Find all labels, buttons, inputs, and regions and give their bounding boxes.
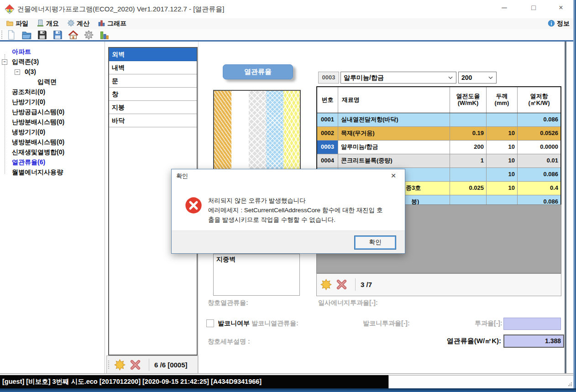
save-as-icon[interactable] [52, 30, 63, 40]
save-icon[interactable] [37, 30, 47, 40]
row-count: 3 /7 [361, 274, 372, 296]
conductivity-combobox[interactable]: 200 [458, 72, 497, 84]
menu-item-그래프[interactable]: 그래프 [94, 18, 131, 29]
tree-item-냉방분배시스템(0)[interactable]: 냉방분배시스템(0) [0, 137, 105, 147]
material-name-cell[interactable]: 실내열전달저항(바닥) [338, 113, 450, 126]
tree-item-냉방기기(0)[interactable]: 냉방기기(0) [0, 127, 105, 137]
window-right-edge [573, 0, 576, 388]
material-name-cell[interactable]: 콘크리트블록(중량) [338, 154, 450, 167]
tree-item-아파트[interactable]: 아파트 [0, 47, 105, 57]
toolbar-grip[interactable] [1, 31, 4, 39]
u-value-field[interactable]: 1.388 [503, 335, 564, 348]
resistance-cell[interactable]: 0.4 [518, 182, 560, 195]
material-name-cell[interactable]: 목재(무거움) [338, 127, 450, 140]
thickness-cell[interactable]: 10 [487, 154, 518, 167]
material-name-cell[interactable]: 알루미늄/합금 [338, 141, 450, 154]
category-item-창[interactable]: 창 [109, 88, 197, 101]
close-button[interactable]: × [550, 0, 571, 16]
tree-item-label: 입력존(3) [12, 58, 39, 65]
new-document-icon[interactable] [6, 30, 16, 40]
tree-expander-icon[interactable]: − [2, 59, 7, 65]
tree-item-월별에너지사용량[interactable]: 월별에너지사용량 [0, 167, 105, 177]
thickness-cell[interactable]: 10 [487, 127, 518, 140]
error-dialog: 확인 × 처리되지 않은 오류가 발생했습니다에러메세지 : SetCurren… [171, 169, 405, 254]
footer-grip[interactable] [108, 361, 110, 369]
conductivity-cell[interactable]: 200 [450, 141, 487, 154]
tree-item-난방기기(0)[interactable]: 난방기기(0) [0, 97, 105, 107]
resistance-cell[interactable]: 0.01 [518, 154, 560, 167]
column-header: 재료명 [338, 87, 450, 113]
category-item-외벽[interactable]: 외벽 [109, 48, 197, 61]
delete-row-icon[interactable] [336, 279, 347, 290]
category-list-footer: 6 /6 [0005] [106, 355, 198, 374]
tree-item-입력존(3)[interactable]: −입력존(3) [0, 57, 105, 67]
tree-item-label: 공조처리(0) [12, 88, 45, 95]
resistance-cell[interactable]: 0.0000 [518, 141, 560, 154]
home-icon[interactable] [68, 30, 79, 40]
table-row[interactable]: 0003알루미늄/합금200100.0000 [317, 141, 560, 154]
footer-separator [149, 359, 149, 371]
bar-chart-icon[interactable] [99, 30, 110, 40]
conductivity-cell[interactable]: 1 [450, 154, 487, 167]
conductivity-cell[interactable] [450, 113, 487, 126]
add-item-icon[interactable] [114, 359, 126, 371]
minimize-button[interactable]: ─ [494, 0, 515, 16]
transmittance-label: 투과율[-]: [475, 319, 503, 328]
conductivity-cell[interactable] [450, 168, 487, 181]
tree-item-신재생및열병합(0)[interactable]: 신재생및열병합(0) [0, 147, 105, 157]
thickness-cell[interactable] [487, 113, 518, 126]
open-folder-icon[interactable] [21, 30, 32, 40]
row-number-cell[interactable]: 0002 [317, 127, 338, 140]
row-number-cell[interactable]: 0003 [317, 141, 338, 154]
dialog-message-line: 출을 발생시키므로 작업을 수행할 수 없습니다. [208, 215, 396, 225]
category-item-바닥[interactable]: 바닥 [109, 114, 197, 127]
tree-item-입력면[interactable]: 입력면 [0, 77, 105, 87]
tree-item-열관류율(6)[interactable]: 열관류율(6) [0, 157, 105, 167]
category-item-문[interactable]: 문 [109, 74, 197, 88]
thickness-cell[interactable]: 10 [487, 141, 518, 154]
material-combobox[interactable]: 알루미늄/합금 [340, 72, 456, 84]
dialog-close-button[interactable]: × [388, 170, 398, 181]
table-row[interactable]: 0001실내열전달저항(바닥)0.086 [317, 113, 560, 127]
conductivity-cell[interactable]: 0.025 [450, 182, 487, 195]
row-number-cell[interactable]: 0004 [317, 154, 338, 167]
tree-item-label: 난방분배시스템(0) [12, 118, 64, 125]
column-header: 열저항 (㎡K/W) [518, 87, 560, 113]
row-number-cell[interactable]: 0001 [317, 113, 338, 126]
window-u-label: 창호열관류율: [208, 299, 248, 307]
solar-transmittance-label: 일사에너지투과율[-]: [318, 299, 378, 307]
category-item-지붕[interactable]: 지붕 [109, 101, 197, 114]
menu-item-info[interactable]: 정보 [548, 18, 570, 29]
category-item-내벽[interactable]: 내벽 [109, 61, 197, 74]
chevron-down-icon [446, 73, 455, 84]
menu-item-파일[interactable]: 파일 [2, 18, 32, 29]
tree-expander-icon[interactable]: − [15, 69, 20, 75]
table-row[interactable]: 0002목재(무거움)0.19100.0526 [317, 127, 560, 141]
table-row[interactable]: 0004콘크리트블록(중량)1100.01 [317, 154, 560, 168]
tree-item-0(3)[interactable]: −0(3) [0, 67, 105, 77]
dialog-ok-button[interactable]: 확인 [355, 236, 396, 249]
thickness-cell[interactable]: 10 [487, 182, 518, 195]
toolbar-buttons [6, 30, 110, 40]
balcony-checkbox[interactable] [206, 319, 214, 327]
mdi-right-border [565, 42, 566, 373]
transmittance-field[interactable] [503, 318, 561, 330]
settings-icon[interactable] [84, 30, 94, 40]
tab-heat-transmission[interactable]: 열관류율 [223, 64, 293, 79]
maximize-button[interactable]: □ [523, 0, 544, 16]
column-header: 두께 (mm) [487, 87, 518, 113]
tree-item-난방분배시스템(0)[interactable]: 난방분배시스템(0) [0, 117, 105, 127]
dialog-message-line: 처리되지 않은 오류가 발생했습니다 [208, 196, 396, 205]
resistance-cell[interactable]: 0.0526 [518, 127, 560, 140]
thickness-cell[interactable]: 10 [487, 168, 518, 181]
menu-item-개요[interactable]: 개요 [32, 18, 63, 29]
add-row-icon[interactable] [320, 279, 332, 290]
tree-item-난방공급시스템(0)[interactable]: 난방공급시스템(0) [0, 107, 105, 117]
underground-wall-listbox[interactable]: 지중벽 [213, 254, 300, 296]
tree-item-공조처리(0)[interactable]: 공조처리(0) [0, 87, 105, 97]
resistance-cell[interactable]: 0.086 [518, 168, 560, 181]
delete-item-icon[interactable] [130, 359, 141, 371]
conductivity-cell[interactable]: 0.19 [450, 127, 487, 140]
menu-item-계산[interactable]: 계산 [63, 18, 94, 29]
resistance-cell[interactable]: 0.086 [518, 113, 560, 126]
